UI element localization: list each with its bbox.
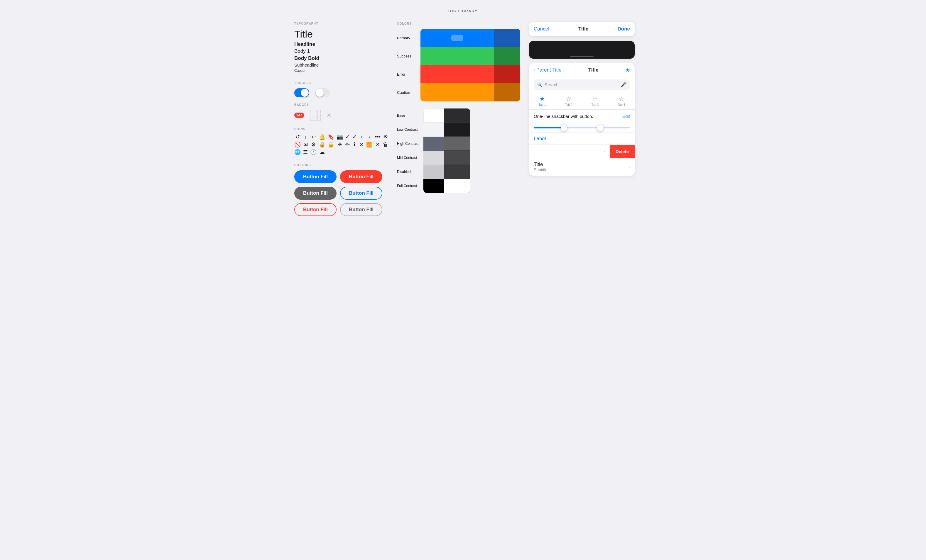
nav-cancel-button[interactable]: Cancel	[534, 26, 549, 32]
nav-bar: Cancel Title Done	[529, 22, 635, 36]
tab-2[interactable]: ☆ Tab 2	[555, 92, 582, 109]
tab-3[interactable]: ☆ Tab 3	[582, 92, 608, 109]
toggle-on[interactable]	[294, 88, 309, 97]
tab-bar: ★ Tab 1 ☆ Tab 2 ☆ Tab 3 ☆ Tab 4	[529, 92, 635, 110]
checkmark-icon: ✓	[345, 134, 350, 140]
base-label: Base	[397, 114, 421, 117]
nav-center-title: Title	[588, 67, 599, 73]
search-bar[interactable]: 🔍 Search 🎤	[534, 80, 630, 90]
typo-body1: Body 1	[294, 48, 388, 54]
button-blue-fill[interactable]: Button Fill	[294, 171, 337, 183]
bell-icon: 🔔	[319, 134, 325, 140]
full-contrast-label: Full Contrast	[397, 184, 421, 188]
button-red-outline[interactable]: Button Fill	[294, 203, 337, 216]
error-swatch-dark	[494, 65, 520, 83]
mid-contrast-label: Mid Contrast	[397, 156, 421, 160]
caution-swatch-dark	[494, 83, 520, 101]
list-row-content: ›	[529, 145, 610, 158]
tab3-icon: ☆	[592, 95, 598, 102]
snackbar-action-button[interactable]: Edit	[622, 114, 630, 119]
delete-button[interactable]: Delete	[610, 145, 635, 158]
slider-track[interactable]	[534, 127, 630, 128]
tab3-label: Tab 3	[592, 103, 599, 106]
buttons-grid: Button Fill Button Fill Button Fill Butt…	[294, 171, 388, 216]
button-red-fill[interactable]: Button Fill	[340, 171, 382, 183]
label-link-text[interactable]: Label	[534, 136, 546, 141]
typo-headline: Headline	[294, 41, 388, 47]
tab1-icon: ★	[540, 95, 545, 102]
base-swatch-dark	[444, 109, 471, 122]
icons-section: ICONS ↺ ↑ ↩ 🔔 🔖 📷 ✓ ✓ ‹ › ••• 👁 🚫 ✉ ⚙ 🔒	[294, 128, 388, 155]
typography-label: TYPOGRAPHY	[294, 22, 388, 25]
title-subtitle-row[interactable]: Title Subtitle ›	[529, 158, 635, 176]
full-contrast-swatch-dark	[444, 179, 471, 193]
lock-icon: 🔒	[319, 142, 325, 147]
slider-thumb-right[interactable]	[597, 125, 604, 131]
high-contrast-label: High Contrast	[397, 142, 421, 145]
primary-label: Primary	[397, 36, 416, 40]
low-contrast-label: Low Contrast	[397, 128, 421, 131]
badges-label: BADGES	[294, 103, 388, 106]
eye-icon: 👁	[383, 134, 388, 140]
list-row-chevron-icon: ›	[604, 149, 605, 154]
mic-icon: 🎤	[620, 82, 626, 88]
label-link: Label	[529, 133, 635, 145]
info-icon: ℹ	[353, 142, 357, 147]
primary-swatch-dark	[494, 29, 520, 47]
snackbar-text: One-line snackbar with button.	[534, 114, 593, 119]
eye-slash-icon: 🚫	[294, 142, 301, 147]
tab2-label: Tab 2	[565, 103, 572, 106]
dark-bar-card	[529, 41, 635, 59]
button-gray-fill[interactable]: Button Fill	[294, 187, 337, 200]
typo-body-bold: Body Bold	[294, 56, 388, 61]
left-column: TYPOGRAPHY Title Headline Body 1 Body Bo…	[294, 22, 388, 216]
globe-icon: 🌐	[294, 149, 301, 155]
toggle-off[interactable]	[315, 88, 330, 97]
loading-spinner: ✳	[327, 112, 331, 119]
pencil-icon: ✏	[345, 142, 350, 147]
mail-icon: ✉	[303, 142, 308, 147]
chevron-right-icon: ›	[366, 134, 373, 140]
toggle-thumb-off	[316, 89, 324, 97]
icons-grid: ↺ ↑ ↩ 🔔 🔖 📷 ✓ ✓ ‹ › ••• 👁 🚫 ✉ ⚙ 🔒 🔓 ✈ ✏	[294, 134, 388, 155]
full-contrast-swatch-light	[424, 179, 444, 193]
typo-caption: Caption	[294, 69, 388, 73]
check-shield-icon: ✓	[353, 134, 357, 140]
high-contrast-swatch-dark	[444, 137, 471, 151]
high-contrast-swatch-light	[424, 137, 444, 151]
toggles-label: TOGGLES	[294, 82, 388, 85]
star-button[interactable]: ★	[625, 67, 630, 73]
list-row-delete: › Delete	[529, 145, 635, 158]
button-blue-outline[interactable]: Button Fill	[340, 187, 382, 200]
page-title: iOS LIBRARY	[448, 9, 478, 13]
x-icon: ✕	[375, 142, 381, 147]
toggle-thumb-on	[301, 89, 309, 97]
badge-count: 247	[294, 113, 304, 118]
button-gray-outline[interactable]: Button Fill	[340, 203, 382, 216]
colors-label: COLORS	[397, 22, 520, 25]
error-label: Error	[397, 72, 416, 76]
tab2-icon: ☆	[566, 95, 571, 102]
slider-container	[529, 123, 635, 133]
nav-bar-card: Cancel Title Done	[529, 22, 635, 36]
middle-column: COLORS Primary Success Error Caution	[397, 22, 520, 216]
nav-done-button[interactable]: Done	[617, 26, 630, 32]
bookmark-icon: 🔖	[328, 134, 334, 140]
wifi-icon: 📶	[366, 142, 373, 147]
disabled-swatch-dark	[444, 165, 471, 179]
toggles-section: TOGGLES	[294, 82, 388, 97]
badges-section: BADGES 247 ✳	[294, 103, 388, 121]
dark-bar	[529, 41, 635, 59]
success-label: Success	[397, 54, 416, 58]
low-contrast-swatch-dark	[444, 122, 471, 137]
nav-back-button[interactable]: ‹ Parent Title	[534, 67, 561, 73]
slider-thumb-left[interactable]	[561, 125, 567, 131]
caution-swatch-light	[421, 83, 494, 101]
parent-title-label: Parent Title	[536, 67, 561, 73]
refresh-icon: ↺	[294, 134, 301, 140]
primary-swatch-light	[421, 29, 494, 47]
tab-4[interactable]: ☆ Tab 4	[608, 92, 635, 109]
search-bar-container: 🔍 Search 🎤	[529, 77, 635, 92]
success-swatch-dark	[494, 47, 520, 65]
tab-1[interactable]: ★ Tab 1	[529, 92, 555, 109]
